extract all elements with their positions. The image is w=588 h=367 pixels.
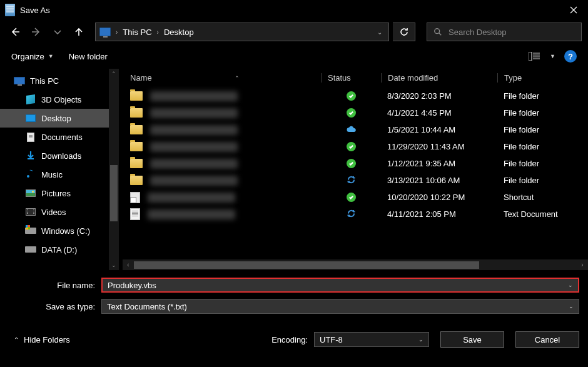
sidebar-item-documents[interactable]: Documents (0, 128, 119, 146)
file-row[interactable]: 10/20/2020 10:22 PMShortcut (119, 189, 588, 206)
status-icon (321, 142, 381, 151)
redacted-filename (148, 193, 235, 203)
view-options-button[interactable] (527, 51, 541, 62)
status-icon (321, 175, 381, 186)
file-row[interactable]: 1/5/2021 10:44 AMFile folder (119, 121, 588, 138)
col-type[interactable]: Type (497, 73, 588, 83)
status-icon (321, 108, 381, 118)
sidebar-item-pictures[interactable]: Pictures (0, 184, 119, 203)
scroll-thumb[interactable] (110, 165, 118, 221)
sidebar-item-3d-objects[interactable]: 3D Objects (0, 90, 119, 109)
file-row[interactable]: 11/29/2020 11:43 AMFile folder (119, 138, 588, 155)
col-name[interactable]: Name ⌃ (119, 73, 321, 83)
new-folder-button[interactable]: New folder (69, 52, 108, 61)
chevron-down-icon: ▼ (48, 53, 54, 59)
sidebar-item-windows-c-[interactable]: Windows (C:) (0, 221, 119, 240)
up-button[interactable] (70, 23, 88, 41)
scroll-left-arrow[interactable]: ‹ (123, 261, 134, 268)
file-type: File folder (497, 91, 588, 101)
horizontal-scrollbar[interactable]: ‹ › (123, 259, 588, 270)
breadcrumb-current[interactable]: Desktop (164, 28, 194, 37)
nav-row: › This PC › Desktop ⌄ Search Desktop (0, 20, 588, 44)
main-area: This PC3D ObjectsDesktopDocumentsDownloa… (0, 69, 588, 270)
file-type: File folder (497, 159, 588, 168)
sidebar-scrollbar[interactable]: ⌃ ⌄ (109, 69, 119, 270)
scroll-down-arrow[interactable]: ⌄ (109, 260, 119, 270)
scroll-right-arrow[interactable]: › (577, 261, 588, 268)
organize-label: Organize (11, 52, 44, 61)
status-icon (321, 209, 381, 220)
cancel-button[interactable]: Cancel (515, 331, 579, 348)
file-date: 8/3/2020 2:03 PM (381, 91, 497, 101)
address-dropdown[interactable]: ⌄ (375, 29, 385, 36)
sidebar-item-data-d-[interactable]: DATA (D:) (0, 240, 119, 259)
status-icon (321, 159, 381, 168)
col-date[interactable]: Date modified (381, 73, 497, 83)
file-date: 4/11/2021 2:05 PM (381, 209, 497, 219)
redacted-filename (150, 159, 238, 169)
filename-input[interactable]: Produkey.vbs ⌄ (101, 278, 579, 293)
sidebar-item-downloads[interactable]: Downloads (0, 146, 119, 165)
chevron-up-icon: ⌃ (14, 336, 19, 343)
notepad-icon (5, 4, 15, 16)
window-title: Save As (20, 6, 50, 15)
redacted-filename (150, 108, 238, 118)
organize-menu[interactable]: Organize ▼ (11, 52, 54, 61)
svg-rect-1 (529, 52, 532, 61)
encoding-select[interactable]: UTF-8 ⌄ (314, 332, 429, 347)
save-button[interactable]: Save (440, 331, 504, 348)
file-row[interactable]: 4/1/2021 4:45 PMFile folder (119, 104, 588, 121)
redacted-filename (150, 125, 238, 135)
address-bar[interactable]: › This PC › Desktop ⌄ (95, 23, 389, 41)
file-type: File folder (497, 142, 588, 151)
file-date: 3/13/2021 10:06 AM (381, 176, 497, 185)
file-type: File folder (497, 176, 588, 185)
file-date: 1/12/2021 9:35 AM (381, 159, 497, 168)
encoding-label: Encoding: (271, 335, 308, 344)
chevron-right-icon[interactable]: › (114, 29, 119, 36)
file-row[interactable]: 3/13/2021 10:06 AMFile folder (119, 172, 588, 189)
file-type: File folder (497, 108, 588, 118)
chevron-down-icon[interactable]: ⌄ (418, 336, 423, 343)
file-date: 11/29/2020 11:43 AM (381, 142, 497, 151)
file-row[interactable]: 4/11/2021 2:05 PMText Document (119, 206, 588, 223)
search-input[interactable]: Search Desktop (427, 23, 582, 41)
redacted-filename (150, 142, 238, 152)
view-dropdown[interactable]: ▼ (550, 53, 555, 59)
sidebar-this-pc[interactable]: This PC (0, 71, 119, 90)
file-row[interactable]: 1/12/2021 9:35 AMFile folder (119, 155, 588, 172)
back-button[interactable] (6, 23, 24, 41)
redacted-filename (150, 91, 238, 101)
file-type: File folder (497, 125, 588, 134)
redacted-filename (150, 176, 238, 186)
col-status[interactable]: Status (321, 73, 381, 83)
file-list: Name ⌃ Status Date modified Type 8/3/202… (119, 69, 588, 270)
sidebar-item-desktop[interactable]: Desktop (0, 109, 119, 128)
footer: ⌃ Hide Folders Encoding: UTF-8 ⌄ Save Ca… (0, 320, 588, 348)
title-bar: Save As (0, 0, 588, 20)
sidebar-item-music[interactable]: Music (0, 165, 119, 184)
status-icon (321, 193, 381, 202)
refresh-button[interactable] (393, 23, 415, 41)
chevron-down-icon[interactable]: ⌄ (568, 282, 573, 288)
chevron-down-icon[interactable]: ⌄ (569, 303, 574, 309)
file-date: 1/5/2021 10:44 AM (381, 125, 497, 134)
redacted-filename (148, 209, 235, 219)
chevron-right-icon[interactable]: › (156, 29, 160, 36)
file-row[interactable]: 8/3/2020 2:03 PMFile folder (119, 88, 588, 104)
recent-dropdown[interactable] (49, 23, 66, 41)
close-button[interactable] (559, 0, 588, 20)
breadcrumb-root[interactable]: This PC (123, 28, 151, 37)
file-type: Shortcut (497, 193, 588, 202)
h-scroll-thumb[interactable] (134, 261, 479, 269)
file-date: 4/1/2021 4:45 PM (381, 108, 497, 118)
sidebar-item-videos[interactable]: Videos (0, 203, 119, 221)
hide-folders-button[interactable]: ⌃ Hide Folders (14, 335, 70, 344)
file-date: 10/20/2020 10:22 PM (381, 193, 497, 202)
help-button[interactable]: ? (564, 50, 577, 63)
pc-icon (99, 28, 111, 36)
sidebar: This PC3D ObjectsDesktopDocumentsDownloa… (0, 69, 119, 270)
savetype-select[interactable]: Text Documents (*.txt) ⌄ (101, 299, 579, 314)
scroll-up-arrow[interactable]: ⌃ (109, 69, 119, 79)
forward-button[interactable] (28, 23, 45, 41)
